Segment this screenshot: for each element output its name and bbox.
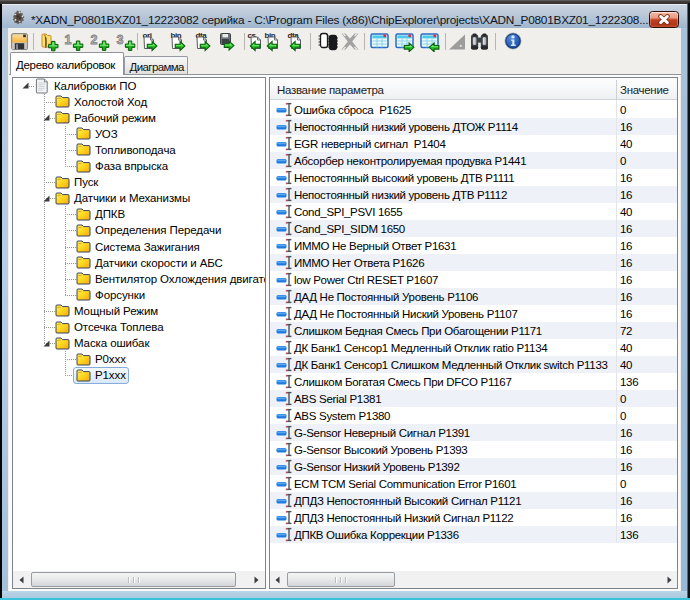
svg-text:2: 2: [91, 33, 98, 47]
svg-text:3: 3: [117, 33, 124, 47]
svg-text:1: 1: [65, 33, 72, 47]
